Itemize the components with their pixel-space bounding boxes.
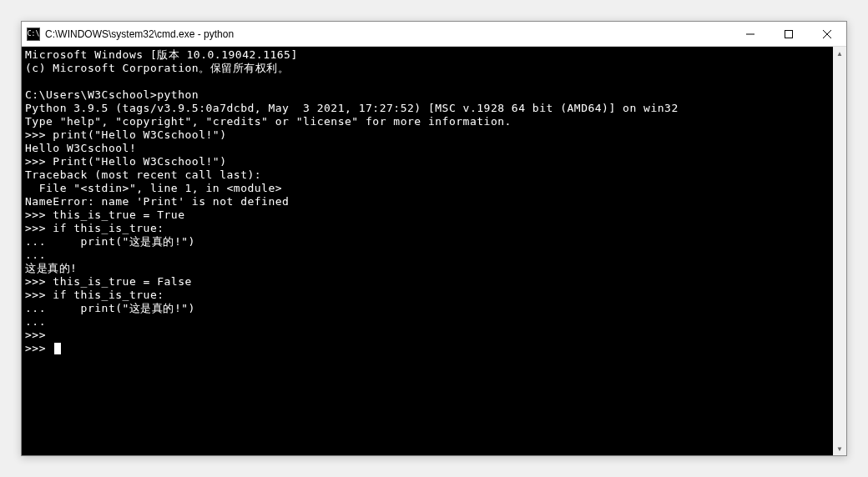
terminal-line: NameError: name 'Print' is not defined	[25, 195, 830, 208]
minimize-button[interactable]	[731, 22, 770, 46]
terminal-line: >>>	[25, 329, 830, 342]
terminal-line: >>> print("Hello W3Cschool!")	[25, 128, 830, 142]
terminal-line: >>> Print("Hello W3Cschool!")	[25, 155, 830, 168]
terminal-line: ...	[25, 315, 830, 329]
terminal-container: Microsoft Windows [版本 10.0.19042.1165](c…	[22, 47, 846, 455]
terminal-line: Python 3.9.5 (tags/v3.9.5:0a7dcbd, May 3…	[25, 102, 830, 115]
terminal-line	[25, 75, 830, 88]
terminal-line: >>> this_is_true = False	[25, 275, 830, 289]
cmd-window: C:\ C:\WINDOWS\system32\cmd.exe - python…	[21, 21, 847, 456]
terminal-line: File "<stdin>", line 1, in <module>	[25, 182, 830, 195]
terminal-line: Traceback (most recent call last):	[25, 168, 830, 182]
window-title: C:\WINDOWS\system32\cmd.exe - python	[45, 28, 731, 40]
terminal-line: >>>	[25, 342, 830, 355]
window-controls	[731, 22, 846, 46]
terminal-line: >>> if this_is_true:	[25, 222, 830, 235]
cursor	[54, 343, 61, 354]
terminal-line: 这是真的!	[25, 262, 830, 275]
terminal-line: (c) Microsoft Corporation。保留所有权利。	[25, 62, 830, 75]
scroll-up-arrow[interactable]: ▲	[833, 47, 846, 60]
terminal-line: Type "help", "copyright", "credits" or "…	[25, 115, 830, 128]
terminal-line: Microsoft Windows [版本 10.0.19042.1165]	[25, 48, 830, 62]
scroll-down-arrow[interactable]: ▼	[833, 442, 846, 455]
close-button[interactable]	[808, 22, 846, 46]
maximize-button[interactable]	[770, 22, 808, 46]
cmd-icon: C:\	[27, 28, 40, 41]
terminal-line: Hello W3Cschool!	[25, 142, 830, 155]
terminal-line: >>> this_is_true = True	[25, 208, 830, 222]
terminal-line: C:\Users\W3Cschool>python	[25, 88, 830, 102]
vertical-scrollbar[interactable]: ▲ ▼	[833, 47, 846, 455]
terminal-output[interactable]: Microsoft Windows [版本 10.0.19042.1165](c…	[22, 47, 833, 455]
terminal-line: ... print("这是真的!")	[25, 235, 830, 249]
titlebar[interactable]: C:\ C:\WINDOWS\system32\cmd.exe - python	[22, 22, 846, 47]
terminal-line: >>> if this_is_true:	[25, 289, 830, 302]
svg-rect-1	[785, 30, 793, 38]
terminal-line: ... print("这是真的!")	[25, 302, 830, 315]
terminal-line: ...	[25, 249, 830, 262]
